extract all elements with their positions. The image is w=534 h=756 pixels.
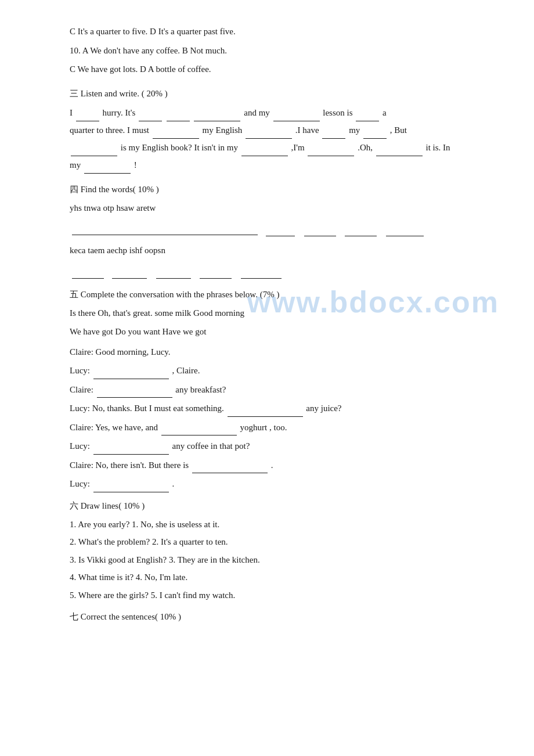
blank-row-2 bbox=[266, 236, 295, 236]
blank-9 bbox=[322, 138, 345, 139]
section5-header: 五 Complete the conversation with the phr… bbox=[70, 287, 476, 303]
section5-conv6-prefix: Lucy: bbox=[70, 441, 90, 451]
section5-conv6: Lucy: any coffee in that pot? bbox=[70, 438, 476, 455]
section6-item4: 4. What time is it? 4. No, I'm late. bbox=[70, 569, 476, 586]
section5-phrases2: We have got Do you want Have we got bbox=[70, 323, 476, 340]
section5-conv8-suffix: . bbox=[172, 479, 175, 488]
section5-conv7: Claire: No, there isn't. But there is . bbox=[70, 457, 476, 474]
blank-15 bbox=[84, 173, 131, 174]
blank-3 bbox=[167, 121, 190, 121]
section5-conv2: Lucy: , Claire. bbox=[70, 362, 476, 379]
item-c1-text: C It's a quarter to five. D It's a quart… bbox=[70, 27, 236, 36]
blank-14 bbox=[376, 156, 423, 156]
blank-conv3 bbox=[97, 397, 172, 398]
section6-item4-text: 4. What time is it? 4. No, I'm late. bbox=[70, 573, 187, 582]
blank-1 bbox=[76, 121, 99, 121]
s3-i-have: .I have bbox=[295, 125, 319, 135]
s3-oh: .Oh, bbox=[358, 143, 373, 152]
s3-my3: my bbox=[70, 160, 81, 170]
section5-conv5: Claire: Yes, we have, and yoghurt , too. bbox=[70, 419, 476, 436]
s3-hurry: hurry. It's bbox=[103, 108, 136, 117]
blank-12 bbox=[241, 156, 288, 156]
section5-conv4: Lucy: No, thanks. But I must eat somethi… bbox=[70, 400, 476, 417]
section5-conv3: Claire: any breakfast? bbox=[70, 381, 476, 398]
section6-header: 六 Draw lines( 10% ) bbox=[70, 498, 476, 514]
section5-phrases1: Is there Oh, that's great. some milk Goo… bbox=[70, 305, 476, 322]
s3-im: ,I'm bbox=[291, 143, 305, 152]
section5-conv7-suffix: . bbox=[271, 460, 273, 470]
blank-row-8 bbox=[156, 278, 191, 279]
section5-conv4-suffix: any juice? bbox=[306, 404, 341, 413]
s3-quarter: quarter to three. I must bbox=[70, 125, 149, 135]
section3-header-text: 三 Listen and write. ( 20% ) bbox=[70, 89, 168, 98]
item-10-text: 10. A We don't have any coffee. B Not mu… bbox=[70, 46, 227, 55]
blank-row-5 bbox=[386, 236, 424, 236]
section6-header-text: 六 Draw lines( 10% ) bbox=[70, 501, 145, 510]
s3-lesson-is: lesson is bbox=[323, 108, 352, 117]
section7-header-text: 七 Correct the sentences( 10% ) bbox=[70, 612, 181, 621]
blank-4 bbox=[194, 121, 240, 121]
blank-row-1 bbox=[72, 235, 258, 235]
item-c2: C We have got lots. D A bottle of coffee… bbox=[70, 61, 476, 78]
section4-line2-text: keca taem aechp ishf oopsn bbox=[70, 246, 165, 255]
section4-header-text: 四 Find the words( 10% ) bbox=[70, 185, 159, 194]
blank-13 bbox=[308, 156, 354, 156]
section6-item3-text: 3. Is Vikki good at English? 3. They are… bbox=[70, 555, 260, 564]
s3-i: I bbox=[70, 108, 73, 117]
blank-5 bbox=[273, 121, 320, 121]
section5-conv6-suffix: any coffee in that pot? bbox=[172, 441, 250, 451]
section4-line2: keca taem aechp ishf oopsn bbox=[70, 242, 476, 259]
section5-conv1: Claire: Good morning, Lucy. bbox=[70, 344, 476, 361]
s3-it-is: it is. In bbox=[426, 143, 450, 152]
s3-is-my: is my English book? It isn't in my bbox=[121, 143, 238, 152]
blank-conv8 bbox=[93, 492, 169, 492]
blank-6 bbox=[356, 121, 379, 121]
section5-conv5-prefix: Claire: Yes, we have, and bbox=[70, 423, 158, 432]
blank-row-6 bbox=[72, 278, 104, 279]
section6-item5-text: 5. Where are the girls? 5. I can't find … bbox=[70, 591, 235, 600]
section5-conv3-suffix: any breakfast? bbox=[175, 385, 226, 394]
blank-7 bbox=[153, 138, 199, 139]
section5-conv4-prefix: Lucy: No, thanks. But I must eat somethi… bbox=[70, 404, 224, 413]
section4-header: 四 Find the words( 10% ) bbox=[70, 182, 476, 197]
section5-conv2-suffix: , Claire. bbox=[172, 366, 200, 375]
blank-conv2 bbox=[93, 379, 169, 379]
section5-conv8-prefix: Lucy: bbox=[70, 479, 90, 488]
main-content: C It's a quarter to five. D It's a quart… bbox=[70, 23, 476, 625]
section6-item1-text: 1. Are you early? 1. No, she is useless … bbox=[70, 520, 219, 529]
blank-row-10 bbox=[241, 278, 282, 279]
section7-header: 七 Correct the sentences( 10% ) bbox=[70, 609, 476, 625]
blank-conv6 bbox=[93, 454, 169, 455]
section5-phrases2-text: We have got Do you want Have we got bbox=[70, 327, 206, 336]
section5-conv8: Lucy: . bbox=[70, 476, 476, 492]
s3-and-my: and my bbox=[244, 108, 270, 117]
s3-my2: my bbox=[349, 125, 360, 135]
blank-conv5 bbox=[161, 435, 237, 435]
section3-header: 三 Listen and write. ( 20% ) bbox=[70, 86, 476, 102]
section4-blanks2 bbox=[70, 262, 476, 279]
blank-conv7 bbox=[192, 473, 268, 473]
section5-conv5-suffix: yoghurt , too. bbox=[240, 423, 287, 432]
blank-2 bbox=[139, 121, 162, 121]
section6-item3: 3. Is Vikki good at English? 3. They are… bbox=[70, 552, 476, 568]
section5-phrases1-text: Is there Oh, that's great. some milk Goo… bbox=[70, 308, 244, 318]
blank-row-9 bbox=[200, 278, 232, 279]
section5-conv3-prefix: Claire: bbox=[70, 385, 93, 394]
item-10: 10. A We don't have any coffee. B Not mu… bbox=[70, 42, 476, 59]
section6-item5: 5. Where are the girls? 5. I can't find … bbox=[70, 587, 476, 604]
section4-blanks1 bbox=[70, 219, 476, 236]
section3-paragraph: I hurry. It's and my lesson is a quarter… bbox=[70, 104, 476, 174]
item-c1: C It's a quarter to five. D It's a quart… bbox=[70, 23, 476, 40]
section6-item1: 1. Are you early? 1. No, she is useless … bbox=[70, 516, 476, 533]
section4-line1: yhs tnwa otp hsaw aretw bbox=[70, 200, 476, 217]
blank-row-7 bbox=[112, 278, 147, 279]
section4-line1-text: yhs tnwa otp hsaw aretw bbox=[70, 203, 156, 213]
section5-conv1-text: Claire: Good morning, Lucy. bbox=[70, 347, 171, 357]
section6-item2: 2. What's the problem? 2. It's a quarter… bbox=[70, 534, 476, 550]
blank-8 bbox=[246, 138, 292, 139]
section5-conv2-prefix: Lucy: bbox=[70, 366, 90, 375]
blank-row-3 bbox=[304, 236, 336, 236]
item-c2-text: C We have got lots. D A bottle of coffee… bbox=[70, 64, 211, 74]
section5-header-text: 五 Complete the conversation with the phr… bbox=[70, 290, 279, 299]
section6-item2-text: 2. What's the problem? 2. It's a quarter… bbox=[70, 537, 228, 546]
